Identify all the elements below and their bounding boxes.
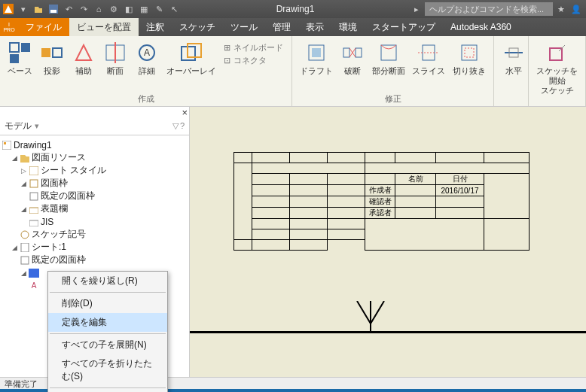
open-icon[interactable] [32, 2, 45, 16]
svg-text:A: A [144, 47, 150, 58]
svg-rect-32 [29, 220, 38, 226]
tree-root[interactable]: Drawing1 [2, 138, 188, 151]
ribbon-group-create: 作成 [0, 93, 291, 106]
menu-sketch[interactable]: スケッチ [172, 18, 223, 36]
tree-default-frame2[interactable]: 既定の図面枠 [2, 254, 188, 266]
new-icon[interactable]: ▾ [17, 2, 30, 16]
svg-rect-5 [10, 54, 19, 63]
cm-collapse-all[interactable]: すべての子を折りたたむ(S) [48, 354, 167, 386]
filter-icon[interactable]: ▽ [172, 121, 179, 131]
panel-close-icon[interactable]: × [182, 107, 188, 118]
sheet-edge [190, 331, 586, 333]
menu-startup[interactable]: スタートアップ [365, 18, 443, 36]
cm-repeat-open[interactable]: 開くを繰り返し(R) [48, 272, 167, 290]
menu-annotate[interactable]: 注釈 [139, 18, 172, 36]
breakout-button[interactable]: 部分断面 [369, 39, 408, 77]
ribbon: ベース 投影 補助 断面 A詳細 オーバーレイ ⊞ネイルボード ⊡コネクタ 作成… [0, 36, 586, 107]
svg-rect-34 [21, 243, 29, 252]
tree-frames[interactable]: ◢図面枠 [2, 177, 188, 190]
menu-tools[interactable]: ツール [223, 18, 265, 36]
projected-view-button[interactable]: 投影 [37, 39, 67, 77]
menu-file[interactable]: ファイル [18, 18, 69, 36]
menu-env[interactable]: 環境 [331, 18, 365, 36]
creator-label: 作成者 [365, 185, 395, 196]
signin-icon[interactable]: 👤 [569, 2, 583, 16]
svg-rect-22 [465, 48, 474, 57]
pro-badge: IPRO [0, 18, 18, 36]
cm-expand-all[interactable]: すべての子を展開(N) [48, 336, 167, 354]
svg-rect-26 [2, 141, 11, 150]
svg-rect-21 [462, 45, 477, 60]
status-text: 準備完了 [5, 378, 38, 390]
svg-rect-16 [343, 48, 349, 57]
slice-button[interactable]: スライス [410, 39, 449, 77]
connector-button[interactable]: ⊡コネクタ [224, 55, 283, 66]
draft-button[interactable]: ドラフト [297, 39, 336, 77]
name-header: 名前 [395, 174, 436, 185]
qat: ▾ ↶ ↷ ⌂ ⚙ ◧ ▦ ✎ ↖ [0, 2, 181, 16]
qat-icon4[interactable]: ✎ [152, 2, 166, 16]
break-button[interactable]: 破断 [337, 39, 368, 77]
connector-icon: ⊡ [224, 56, 230, 65]
help-search[interactable]: ヘルプおよびコマンドを検索... [425, 2, 553, 16]
tree-default-frame[interactable]: 既定の図面枠 [2, 190, 188, 202]
start-sketch-button[interactable]: スケッチを 開始 スケッチ [533, 39, 581, 98]
tree-sheet1[interactable]: ◢シート:1 [2, 241, 188, 254]
ribbon-group-modify: 修正 [292, 93, 493, 106]
panel-title: モデル [5, 120, 32, 132]
undo-icon[interactable]: ↶ [62, 2, 75, 16]
qat-cursor-icon[interactable]: ↖ [167, 2, 181, 16]
menu-a360[interactable]: Autodesk A360 [443, 18, 519, 36]
svg-rect-6 [41, 48, 50, 57]
tree-sheet-style[interactable]: ▷シート スタイル [2, 164, 188, 177]
home-icon[interactable]: ⌂ [92, 2, 105, 16]
cm-edit-definition[interactable]: 定義を編集 [48, 313, 167, 332]
dropdown-icon[interactable]: ▸ [410, 2, 423, 16]
svg-rect-4 [21, 43, 30, 52]
dropdown-icon[interactable]: ▾ [35, 121, 39, 131]
qat-icon3[interactable]: ▦ [137, 2, 151, 16]
checker-label: 確認者 [365, 196, 395, 208]
qat-icon[interactable]: ⚙ [107, 2, 121, 16]
star-icon[interactable]: ★ [554, 2, 568, 16]
detail-view-button[interactable]: A詳細 [132, 39, 162, 77]
tree-titleblocks[interactable]: ◢表題欄 [2, 202, 188, 215]
svg-rect-28 [29, 166, 38, 175]
tree-resources[interactable]: ◢図面リソース [2, 151, 188, 164]
horizontal-button[interactable]: 水平 [499, 39, 529, 77]
svg-rect-7 [53, 48, 62, 57]
nailboard-button[interactable]: ⊞ネイルボード [224, 42, 283, 53]
tree-sketch-symbols[interactable]: スケッチ記号 [2, 228, 188, 241]
menu-place-view[interactable]: ビューを配置 [69, 18, 139, 36]
help-icon[interactable]: ? [180, 121, 185, 131]
svg-rect-2 [50, 10, 56, 13]
svg-rect-31 [29, 208, 38, 214]
menu-manage[interactable]: 管理 [265, 18, 298, 36]
crop-button[interactable]: 切り抜き [450, 39, 489, 77]
tree-jis[interactable]: JIS [2, 215, 188, 228]
date-value: 2016/10/17 [436, 185, 484, 196]
base-view-button[interactable]: ベース [5, 39, 35, 77]
svg-rect-15 [312, 48, 321, 57]
aux-view-button[interactable]: 補助 [69, 39, 99, 77]
overlay-button[interactable]: オーバーレイ [163, 39, 219, 77]
menu-view[interactable]: 表示 [298, 18, 331, 36]
svg-rect-35 [21, 257, 29, 264]
section-view-button[interactable]: 断面 [100, 39, 130, 77]
svg-rect-29 [30, 180, 38, 187]
svg-point-33 [21, 231, 29, 239]
svg-rect-27 [4, 142, 6, 144]
redo-icon[interactable]: ↷ [77, 2, 90, 16]
date-header: 日付 [436, 174, 484, 185]
context-menu: 開くを繰り返し(R) 削除(D) 定義を編集 すべての子を展開(N) すべての子… [47, 271, 168, 392]
drawing-canvas[interactable]: 名前日付 作成者2016/10/17 確認者 承認者 [190, 107, 586, 377]
svg-rect-17 [356, 48, 362, 57]
cm-delete[interactable]: 削除(D) [48, 294, 167, 313]
svg-rect-3 [10, 43, 19, 52]
app-icon[interactable] [2, 2, 15, 16]
nailboard-icon: ⊞ [224, 43, 230, 53]
save-icon[interactable] [47, 2, 60, 16]
qat-icon2[interactable]: ◧ [122, 2, 136, 16]
title-bar: ▾ ↶ ↷ ⌂ ⚙ ◧ ▦ ✎ ↖ Drawing1 ▸ ヘルプおよびコマンドを… [0, 0, 586, 18]
projection-arrow-symbol [348, 301, 393, 334]
